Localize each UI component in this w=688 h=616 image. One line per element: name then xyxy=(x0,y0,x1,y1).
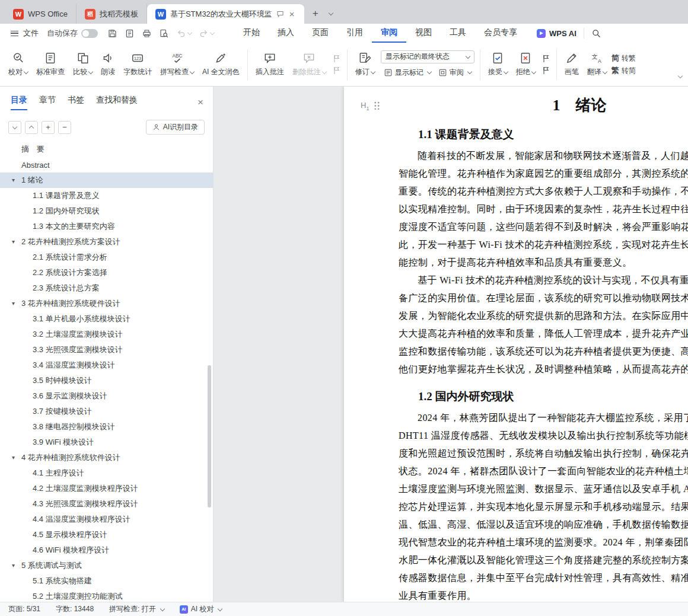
zoom-in-outline-button[interactable]: + xyxy=(42,121,55,134)
review-menu-button[interactable]: 审阅 xyxy=(435,66,474,79)
track-changes-button[interactable]: 修订 xyxy=(352,49,378,79)
undo-button[interactable] xyxy=(176,28,192,39)
autosave-toggle[interactable] xyxy=(81,29,98,38)
export-pdf-button[interactable] xyxy=(125,28,135,39)
menu-tab-page[interactable]: 页面 xyxy=(303,24,337,43)
toc-item[interactable]: 4.4 温湿度监测模块程序设计 xyxy=(0,512,213,527)
zoom-out-outline-button[interactable]: − xyxy=(58,121,71,134)
expand-triangle-icon[interactable]: ▾ xyxy=(12,300,15,307)
toc-item[interactable]: 1.3 本文的主要研究内容 xyxy=(0,219,213,234)
toc-item[interactable]: 3.1 单片机最小系统模块设计 xyxy=(0,311,213,327)
ai-recognize-toc-button[interactable]: AI识别目录 xyxy=(146,120,205,135)
sidebar-scrollbar[interactable] xyxy=(208,365,211,508)
previous-comment-button[interactable] xyxy=(332,54,342,63)
toc-item[interactable]: 3.5 时钟模块设计 xyxy=(0,373,213,388)
menu-tab-tools[interactable]: 工具 xyxy=(441,24,475,43)
toc-item[interactable]: ▾2 花卉种植测控系统方案设计 xyxy=(0,234,213,250)
toc-item[interactable]: ▾3 花卉种植测控系统硬件设计 xyxy=(0,296,213,311)
pen-button[interactable]: 画笔 xyxy=(561,49,582,79)
toc-item[interactable]: 3.2 土壤湿度监测模块设计 xyxy=(0,327,213,342)
save-button[interactable] xyxy=(107,28,117,39)
proofread-button[interactable]: 校对 xyxy=(5,49,31,79)
toc-item[interactable]: Abstract xyxy=(0,157,213,173)
spell-check-button[interactable]: ABC 拼写检查 xyxy=(157,49,198,79)
search-button[interactable] xyxy=(591,24,601,43)
toc-item[interactable]: ▾4 花卉种植测控系统软件设计 xyxy=(0,450,213,465)
read-aloud-button[interactable]: 朗读 xyxy=(97,49,119,79)
spellcheck-indicator[interactable]: 拼写检查: 打开 xyxy=(109,604,164,614)
toc-item[interactable]: 3.6 显示监测模块设计 xyxy=(0,388,213,404)
page-indicator[interactable]: 页面: 5/31 xyxy=(8,604,40,614)
wps-ai-button[interactable]: WPS AI xyxy=(537,24,576,43)
menu-tab-member[interactable]: 会员专享 xyxy=(475,24,526,43)
toc-item[interactable]: 3.4 温湿度监测模块设计 xyxy=(0,358,213,373)
file-menu-button[interactable]: 文件 xyxy=(6,24,43,43)
menu-tab-insert[interactable]: 插入 xyxy=(269,24,303,43)
markup-state-select[interactable]: 显示标记的最终状态 xyxy=(381,50,474,63)
panel-tab-toc[interactable]: 目录 xyxy=(11,95,27,110)
to-simplified-button[interactable]: 繁 转简 xyxy=(611,65,636,76)
print-preview-button[interactable] xyxy=(159,28,169,39)
drag-handle-icon[interactable] xyxy=(374,101,380,110)
toc-item[interactable]: 2.1 系统设计需求分析 xyxy=(0,250,213,265)
toc-item[interactable]: 2.2 系统设计方案选择 xyxy=(0,265,213,280)
expand-all-button[interactable] xyxy=(8,121,21,134)
ai-proofread-indicator[interactable]: AI AI 校对 xyxy=(180,604,222,614)
ai-polish-button[interactable]: AI 全文润色 xyxy=(199,49,243,79)
undo-dropdown-icon[interactable] xyxy=(187,30,192,35)
print-button[interactable] xyxy=(142,28,152,39)
new-tab-button[interactable]: + xyxy=(308,6,323,21)
menu-tab-view[interactable]: 视图 xyxy=(406,24,441,43)
menu-tab-home[interactable]: 开始 xyxy=(234,24,269,43)
toc-item[interactable]: 4.3 光照强度监测模块程序设计 xyxy=(0,496,213,512)
panel-tab-find-replace[interactable]: 查找和替换 xyxy=(96,95,138,110)
accept-button[interactable]: 接受 xyxy=(485,49,511,79)
redo-button[interactable] xyxy=(199,28,214,39)
tab-wps-office[interactable]: W WPS Office xyxy=(5,4,77,24)
panel-tab-bookmark[interactable]: 书签 xyxy=(68,95,84,110)
document-canvas[interactable]: H1 1 绪论 1.1 课题背景及意义随着科技的不断发展，智能家居和物联网技术逐… xyxy=(214,87,688,602)
expand-triangle-icon[interactable]: ▾ xyxy=(12,177,15,183)
menu-tab-reference[interactable]: 引用 xyxy=(337,24,372,43)
toc-item[interactable]: 5.1 系统实物搭建 xyxy=(0,573,213,589)
expand-triangle-icon[interactable]: ▾ xyxy=(12,454,15,461)
next-comment-button[interactable] xyxy=(332,66,342,75)
close-pane-icon[interactable]: × xyxy=(198,97,203,108)
reject-button[interactable]: 拒绝 xyxy=(512,49,539,79)
toc-item[interactable]: 2.3 系统设计总方案 xyxy=(0,280,213,296)
document-page[interactable]: H1 1 绪论 1.1 课题背景及意义随着科技的不断发展，智能家居和物联网技术逐… xyxy=(344,87,688,602)
toc-item[interactable]: 3.8 继电器控制模块设计 xyxy=(0,419,213,435)
panel-tab-chapter[interactable]: 章节 xyxy=(39,95,56,110)
collapse-ribbon-icon[interactable] xyxy=(677,71,682,81)
previous-change-button[interactable] xyxy=(542,54,551,63)
toc-item[interactable]: 1.2 国内外研究现状 xyxy=(0,203,213,219)
toc-item[interactable]: 5.2 土壤湿度测控功能测试 xyxy=(0,589,213,604)
tab-document[interactable]: W 基于STM32的农业大棚环境监 × xyxy=(147,4,304,24)
toc-item[interactable]: 3.3 光照强度监测模块设计 xyxy=(0,342,213,358)
tab-docer-templates[interactable]: 稻 找稻壳模板 xyxy=(77,4,147,24)
expand-triangle-icon[interactable]: ▾ xyxy=(12,562,15,569)
toc-item[interactable]: 1.1 课题背景及意义 xyxy=(0,188,213,203)
insert-comment-button[interactable]: 插入批注 xyxy=(252,49,288,79)
compare-button[interactable]: 比较 xyxy=(69,49,96,79)
collapse-all-button[interactable] xyxy=(25,121,38,134)
next-change-button[interactable] xyxy=(542,66,551,75)
word-count-indicator[interactable]: 字数: 13448 xyxy=(56,604,94,614)
toc-item[interactable]: 4.6 WiFi 模块程序设计 xyxy=(0,542,213,558)
to-traditional-button[interactable]: 简 转繁 xyxy=(611,53,636,63)
redo-dropdown-icon[interactable] xyxy=(210,30,215,35)
expand-triangle-icon[interactable]: ▾ xyxy=(12,238,15,245)
tab-list-dropdown-icon[interactable] xyxy=(324,6,336,21)
toc-item[interactable]: 摘 要 xyxy=(0,142,213,157)
menu-tab-review[interactable]: 审阅 xyxy=(372,24,406,43)
word-count-button[interactable]: 123 字数统计 xyxy=(120,49,155,79)
toc-item[interactable]: 4.2 土壤湿度监测模块程序设计 xyxy=(0,481,213,496)
standard-review-button[interactable]: 标准审查 xyxy=(33,49,68,79)
show-markup-button[interactable]: 显示标记 xyxy=(381,66,434,79)
toc-item[interactable]: 3.9 WiFi 模块设计 xyxy=(0,435,213,450)
toc-item[interactable]: 4.1 主程序设计 xyxy=(0,465,213,481)
delete-comment-button[interactable]: 删除批注 xyxy=(289,49,330,79)
toc-item[interactable]: ▾1 绪论 xyxy=(0,173,213,188)
close-tab-icon[interactable]: × xyxy=(288,9,296,19)
toc-item[interactable]: 4.5 显示模块程序设计 xyxy=(0,527,213,542)
